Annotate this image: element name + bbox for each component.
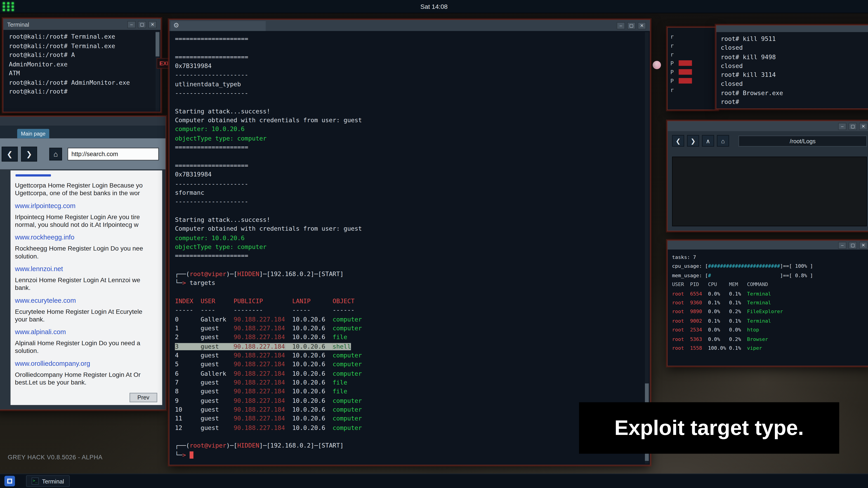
minimize-icon[interactable]: – xyxy=(127,21,135,28)
terminal-line: ==================== xyxy=(175,53,643,62)
result-link[interactable]: www.alpinali.com xyxy=(15,328,158,336)
terminal-output[interactable]: root# kill 9511closedroot# kill 9498clos… xyxy=(716,32,868,107)
path-field[interactable]: /root/Logs xyxy=(739,135,867,147)
result-link[interactable]: www.orolliedcompany.org xyxy=(15,360,158,367)
tab-main-page[interactable]: Main page xyxy=(17,129,49,138)
minimize-icon[interactable]: – xyxy=(838,241,846,249)
terminal-titlebar[interactable]: Terminal – ▢ ✕ xyxy=(3,19,161,30)
start-button[interactable] xyxy=(4,476,15,486)
terminal-line: computer: 10.0.20.6 xyxy=(175,125,643,134)
terminal-line: INDEX USER PUBLICIP LANIP OBJECT xyxy=(175,297,643,306)
terminal-line: root# Browser.exe xyxy=(721,89,868,98)
terminal-line: computer: 10.0.20.6 xyxy=(175,234,643,243)
terminal-line: -------------------- xyxy=(175,198,643,207)
background-terminal-row: P xyxy=(668,76,717,85)
terminal-window: Terminal – ▢ ✕ root@kali:/root# Terminal… xyxy=(3,18,161,112)
browser-toolbar: ❮ ❯ ⌂ xyxy=(0,138,165,169)
viper-titlebar[interactable]: ⚙ – ▢ ✕ xyxy=(169,20,650,31)
scrollbar-thumb[interactable] xyxy=(156,32,159,57)
terminal-line: ==================== xyxy=(175,252,643,261)
terminal-line: 5 guest 90.188.227.184 10.0.20.6 compute… xyxy=(175,360,643,369)
terminal-line: 9 guest 90.188.227.184 10.0.20.6 compute… xyxy=(175,396,643,405)
red-highlight-block xyxy=(679,69,692,74)
close-icon[interactable]: ✕ xyxy=(638,22,646,29)
result-description: Ugettcorpa, one of the best banks in the… xyxy=(15,189,158,197)
terminal-line: root 6554 0.0% 0.1% Terminal xyxy=(672,289,868,298)
close-icon[interactable]: ✕ xyxy=(148,21,157,28)
htop-titlebar[interactable]: – ▢ ✕ xyxy=(668,240,868,250)
home-icon[interactable]: ⌂ xyxy=(717,135,729,147)
maximize-icon[interactable]: ▢ xyxy=(138,21,146,28)
result-link[interactable]: www.ecurytelee.com xyxy=(15,297,158,304)
result-link[interactable]: www.lennzoi.net xyxy=(15,265,158,273)
logo-dot xyxy=(7,9,9,11)
gear-icon[interactable]: ⚙ xyxy=(174,22,179,29)
search-result: Ugettcorpa Home Register Login Because y… xyxy=(15,182,158,197)
background-text: r xyxy=(671,42,674,48)
result-description: best.Let us be your bank. xyxy=(15,379,158,386)
browser-titlebar[interactable] xyxy=(0,117,165,126)
terminal-line: Computer obtained with credentials from … xyxy=(175,225,643,234)
forward-icon[interactable]: ❯ xyxy=(687,135,699,147)
terminal-line: root# kill 9498 xyxy=(721,53,868,62)
terminal-line: USER PID CPU MEM COMMAND xyxy=(672,280,868,289)
terminal-line: Computer obtained with credentials from … xyxy=(175,116,643,125)
titlebar-tab xyxy=(170,21,266,31)
caption-text: Exploit target type. xyxy=(614,416,804,440)
clipped-result-link[interactable] xyxy=(16,174,51,176)
red-highlight-block xyxy=(679,60,692,66)
minimize-icon[interactable]: – xyxy=(838,123,846,130)
explorer-toolbar: ❮ ❯ ∧ ⌂ /root/Logs xyxy=(668,131,868,149)
result-description: Lennzoi Home Register Login At Lennzoi w… xyxy=(15,276,158,284)
close-icon[interactable]: ✕ xyxy=(859,123,868,130)
kill-terminal-titlebar[interactable] xyxy=(716,26,868,32)
result-link[interactable]: www.irlpointecg.com xyxy=(15,202,158,210)
terminal-line: └─> █ xyxy=(175,451,643,460)
maximize-icon[interactable]: ▢ xyxy=(627,22,636,29)
window-controls: – ▢ ✕ xyxy=(838,123,868,130)
terminal-output[interactable]: ==================== ===================… xyxy=(169,31,643,465)
terminal-line: root@kali:/root# A xyxy=(9,51,154,60)
video-caption: Exploit target type. xyxy=(579,402,839,454)
apps-menu-icon[interactable] xyxy=(3,2,15,11)
terminal-line: 1 guest 90.188.227.184 10.0.20.6 compute… xyxy=(175,324,643,333)
prev-page-button[interactable]: Prev xyxy=(129,393,157,402)
logo-dot xyxy=(11,2,14,4)
up-icon[interactable]: ∧ xyxy=(702,135,714,147)
background-dot xyxy=(653,61,661,69)
home-icon[interactable]: ⌂ xyxy=(49,148,62,160)
back-icon[interactable]: ❮ xyxy=(2,147,18,161)
terminal-line: 12 guest 90.188.227.184 10.0.20.6 comput… xyxy=(175,424,643,433)
maximize-icon[interactable]: ▢ xyxy=(848,241,857,249)
terminal-line: -------------------- xyxy=(175,71,643,80)
process-monitor-output[interactable]: tasks: 7cpu_usage: [####################… xyxy=(668,250,868,353)
clock: Sat 14:08 xyxy=(421,3,448,9)
forward-icon[interactable]: ❯ xyxy=(21,147,37,161)
terminal-line: root 9890 0.0% 0.2% FileExplorer xyxy=(672,307,868,316)
terminal-line: root 9002 0.1% 0.1% Terminal xyxy=(672,316,868,325)
close-icon[interactable]: ✕ xyxy=(859,241,868,249)
terminal-line: tasks: 7 xyxy=(672,253,868,262)
scrollbar-track[interactable] xyxy=(156,31,159,111)
background-terminal-row: P xyxy=(668,59,717,68)
minimize-icon[interactable]: – xyxy=(617,22,625,29)
terminal-line: ==================== xyxy=(175,143,643,153)
terminal-icon: >_ xyxy=(32,477,39,485)
viper-terminal-window: ⚙ – ▢ ✕ ==================== ===========… xyxy=(169,20,651,465)
terminal-line xyxy=(175,433,643,442)
result-link[interactable]: www.rockheegg.info xyxy=(15,233,158,241)
terminal-line: Starting attack...success! xyxy=(175,216,643,225)
result-description: Irlpointecg Home Register Login Are you … xyxy=(15,213,158,221)
terminal-output[interactable]: root@kali:/root# Terminal.exeroot@kali:/… xyxy=(3,30,155,111)
url-input[interactable] xyxy=(68,148,159,160)
terminal-line: 10 guest 90.188.227.184 10.0.20.6 comput… xyxy=(175,405,643,415)
result-description: Rockheegg Home Register Login Do you nee xyxy=(15,245,158,252)
maximize-icon[interactable]: ▢ xyxy=(848,123,857,130)
scrollbar-track[interactable] xyxy=(645,32,649,464)
back-icon[interactable]: ❮ xyxy=(672,135,684,147)
explorer-file-list[interactable] xyxy=(672,157,867,226)
result-description: solution. xyxy=(15,347,158,355)
taskbar-item-terminal[interactable]: >_ Terminal xyxy=(26,475,70,487)
terminal-line: closed xyxy=(721,62,868,71)
file-explorer-titlebar[interactable]: – ▢ ✕ xyxy=(668,121,868,131)
